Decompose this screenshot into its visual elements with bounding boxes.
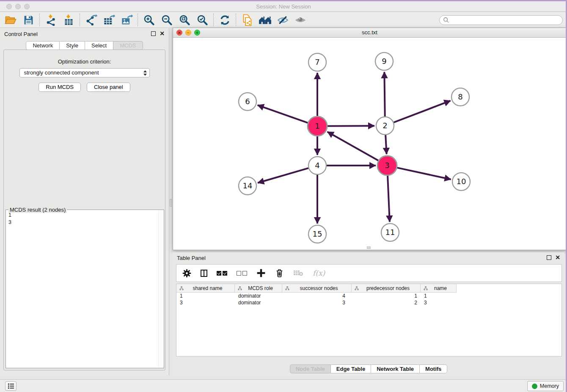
mcds-tab-content: Optimization criterion: strongly connect… xyxy=(3,50,165,370)
table-cell: dominator xyxy=(235,299,282,306)
graph-edge-4-14[interactable] xyxy=(258,168,308,183)
graph-edge-2-8[interactable] xyxy=(394,101,451,122)
tab-network-table[interactable]: Network Table xyxy=(371,364,420,373)
float-table-panel-icon[interactable] xyxy=(547,255,551,260)
column-header-MCDS-role[interactable]: MCDS role xyxy=(235,284,282,293)
open-file-button[interactable] xyxy=(2,13,19,27)
table-panel: Table Panel ✕ xyxy=(173,252,564,377)
delete-table-icon xyxy=(293,269,303,277)
tab-select[interactable]: Select xyxy=(85,41,113,50)
panel-splitter-handle[interactable] xyxy=(170,199,172,207)
app-title: Session: New Session xyxy=(0,3,567,10)
tab-motifs[interactable]: Motifs xyxy=(420,364,447,373)
checked-checkbox-icon xyxy=(223,271,227,276)
graph-edge-1-2[interactable] xyxy=(328,126,374,126)
clone-network-button[interactable] xyxy=(238,13,256,27)
show-all-button[interactable] xyxy=(292,13,309,27)
function-builder-button[interactable]: f(x) xyxy=(313,269,325,277)
graph-edge-2-3[interactable] xyxy=(385,135,386,154)
table-cell: dominator xyxy=(235,293,282,299)
graph-edge-3-1[interactable] xyxy=(328,132,379,160)
graph-edge-3-10[interactable] xyxy=(397,168,451,179)
zoom-fit-button[interactable] xyxy=(176,13,193,27)
delete-table-button[interactable] xyxy=(293,269,303,277)
table-tabs: Node Table Edge Table Network Table Moti… xyxy=(173,364,564,373)
zoom-in-button[interactable] xyxy=(140,13,158,27)
mcds-result-text[interactable]: 1 3 xyxy=(6,210,158,367)
hierarchy-icon xyxy=(424,286,428,290)
table-row[interactable]: 3dominator323 xyxy=(176,299,561,306)
tab-style[interactable]: Style xyxy=(60,41,85,50)
search-input[interactable] xyxy=(439,15,563,25)
refresh-view-button[interactable] xyxy=(216,13,234,27)
tab-mcds[interactable]: MCDS xyxy=(113,41,143,50)
memory-button[interactable]: Memory xyxy=(527,381,564,391)
add-column-button[interactable] xyxy=(256,268,266,278)
graph-node-label: 14 xyxy=(243,181,253,190)
plus-icon xyxy=(256,268,266,278)
list-icon xyxy=(8,383,14,389)
export-network-button[interactable] xyxy=(82,13,100,27)
canvas-splitter-handle[interactable] xyxy=(367,246,371,249)
graph-edge-2-9[interactable] xyxy=(384,72,385,116)
deselect-all-button[interactable] xyxy=(237,271,247,276)
table-settings-button[interactable] xyxy=(182,269,191,278)
zoom-in-icon xyxy=(143,14,155,26)
toolbar-separator xyxy=(80,14,80,26)
float-panel-icon[interactable] xyxy=(151,31,156,36)
hierarchy-icon xyxy=(285,286,289,290)
close-table-panel-icon[interactable]: ✕ xyxy=(555,254,560,260)
empty-checkbox-icon xyxy=(242,271,247,276)
network-window-titlebar[interactable]: ✕ − + scc.txt xyxy=(173,28,566,38)
search-icon xyxy=(443,17,449,23)
import-network-button[interactable] xyxy=(42,13,60,27)
table-row[interactable]: 1dominator411 xyxy=(176,293,561,299)
hierarchy-icon xyxy=(238,286,242,290)
refresh-icon xyxy=(219,14,231,26)
result-scrollbar[interactable] xyxy=(158,210,163,367)
optimization-criterion-select[interactable]: strongly connected component xyxy=(19,68,150,77)
close-panel-button[interactable]: Close panel xyxy=(87,83,130,92)
export-table-icon xyxy=(103,14,115,26)
graph-node-label: 4 xyxy=(315,161,319,170)
graph-svg: 7968124314101511 xyxy=(173,38,566,250)
column-header-shared-name[interactable]: shared name xyxy=(176,284,235,293)
graph-node-label: 10 xyxy=(457,177,466,186)
control-panel-tabs: Network Style Select MCDS xyxy=(0,41,169,50)
zoom-out-button[interactable] xyxy=(158,13,176,27)
split-pane-button[interactable] xyxy=(201,270,207,277)
import-network-icon xyxy=(45,14,57,26)
import-table-icon xyxy=(63,14,74,26)
select-all-button[interactable] xyxy=(217,271,227,276)
memory-label: Memory xyxy=(540,383,559,389)
zoom-selected-icon xyxy=(197,14,208,26)
home-layout-button[interactable] xyxy=(256,13,274,27)
graph-node-label: 9 xyxy=(382,57,386,66)
table-cell: 1 xyxy=(352,293,421,299)
eye-slash-icon xyxy=(277,15,289,25)
column-header-predecessor-nodes[interactable]: predecessor nodes xyxy=(352,284,421,293)
close-panel-icon[interactable]: ✕ xyxy=(160,30,165,36)
column-header-name[interactable]: name xyxy=(421,284,457,293)
save-session-button[interactable] xyxy=(19,13,37,27)
hide-selected-button[interactable] xyxy=(274,13,292,27)
import-table-button[interactable] xyxy=(60,13,77,27)
control-panel-title: Control Panel xyxy=(4,31,38,37)
delete-column-button[interactable] xyxy=(275,268,284,278)
tab-edge-table[interactable]: Edge Table xyxy=(331,364,371,373)
empty-checkbox-icon xyxy=(237,271,241,276)
graph-edge-3-11[interactable] xyxy=(388,176,390,222)
graph-edge-1-6[interactable] xyxy=(258,105,308,123)
tab-node-table[interactable]: Node Table xyxy=(290,364,331,373)
tab-network[interactable]: Network xyxy=(26,41,60,50)
network-canvas[interactable]: 7968124314101511 xyxy=(173,38,566,250)
export-image-button[interactable] xyxy=(118,13,135,27)
export-table-button[interactable] xyxy=(100,13,118,27)
task-history-button[interactable] xyxy=(5,381,17,391)
run-mcds-button[interactable]: Run MCDS xyxy=(39,83,81,92)
memory-status-icon xyxy=(532,384,537,389)
main-toolbar xyxy=(0,12,567,28)
zoom-selected-button[interactable] xyxy=(193,13,211,27)
column-header-successor-nodes[interactable]: successor nodes xyxy=(282,284,352,293)
table-cell: 1 xyxy=(421,293,457,299)
